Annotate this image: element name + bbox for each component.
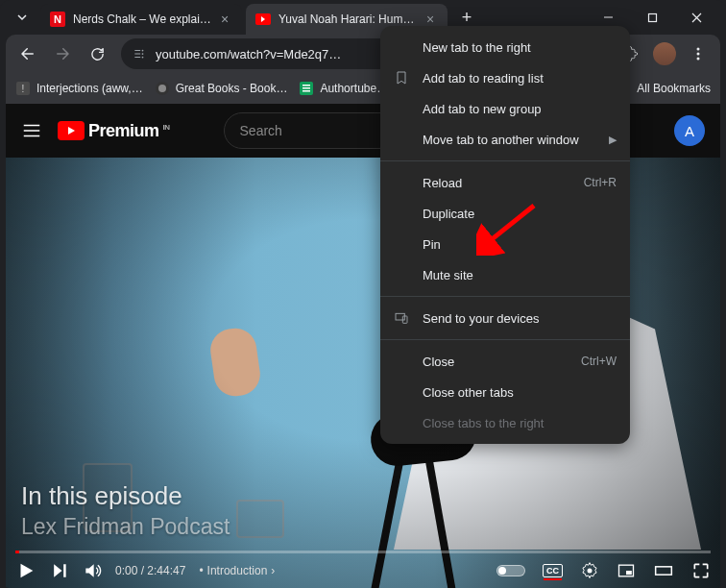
bookmark-item[interactable]: Great Books - Book…: [155, 81, 288, 96]
volume-button[interactable]: [83, 561, 102, 580]
reading-list-icon: [394, 70, 423, 86]
svg-text:!: !: [22, 84, 25, 94]
ctx-mute-site[interactable]: Mute site: [380, 259, 630, 290]
ctx-separator: [380, 296, 630, 297]
bookmark-item[interactable]: ! Interjections (aww,…: [15, 81, 143, 96]
svg-rect-15: [302, 85, 310, 86]
youtube-logo[interactable]: Premium IN: [58, 121, 170, 141]
tab-title: Nerds Chalk – We explain tech!: [73, 12, 211, 26]
svg-rect-21: [656, 567, 672, 575]
ctx-move-window[interactable]: Move tab to another window▶: [380, 124, 630, 155]
captions-button[interactable]: CC: [543, 564, 563, 577]
chevron-right-icon: ›: [271, 564, 275, 577]
miniplayer-button[interactable]: [617, 561, 636, 580]
svg-rect-1: [648, 13, 656, 21]
tab-inactive[interactable]: N Nerds Chalk – We explain tech! ×: [40, 4, 242, 35]
fullscreen-button[interactable]: [691, 561, 711, 580]
forward-button[interactable]: [46, 37, 79, 70]
tab-close-icon[interactable]: ×: [423, 12, 438, 27]
favicon-nerdschalk: N: [50, 12, 65, 27]
player-controls: 0:00 / 2:44:47 • Introduction › CC: [6, 553, 720, 588]
ctx-add-reading-list[interactable]: Add tab to reading list: [380, 62, 630, 93]
ctx-duplicate[interactable]: Duplicate: [380, 198, 630, 229]
video-overlay-line1: In this episode: [21, 481, 182, 511]
shortcut-label: Ctrl+W: [581, 355, 617, 368]
svg-point-13: [158, 85, 166, 92]
bookmark-favicon: [299, 81, 314, 96]
all-bookmarks-button[interactable]: All Bookmarks: [637, 82, 711, 95]
svg-point-8: [697, 53, 700, 56]
back-button[interactable]: [12, 37, 44, 70]
time-display: 0:00 / 2:44:47: [115, 564, 185, 577]
svg-point-7: [697, 48, 700, 51]
shortcut-label: Ctrl+R: [584, 176, 617, 189]
autoplay-toggle[interactable]: [496, 565, 525, 576]
devices-icon: [394, 310, 423, 326]
video-overlay-line2: Lex Fridman Podcast: [21, 514, 230, 540]
bookmark-label: Authortube…: [320, 82, 388, 95]
favicon-youtube: [255, 12, 271, 27]
submenu-arrow-icon: ▶: [609, 134, 617, 146]
all-bookmarks-label: All Bookmarks: [637, 82, 711, 95]
maximize-button[interactable]: [634, 4, 670, 31]
svg-rect-22: [396, 313, 404, 320]
reload-button[interactable]: [81, 37, 113, 70]
tab-search-dropdown[interactable]: [8, 3, 36, 32]
ctx-close[interactable]: CloseCtrl+W: [380, 346, 630, 377]
bookmark-label: Interjections (aww,…: [36, 82, 143, 95]
bookmark-favicon: !: [15, 81, 31, 96]
tab-context-menu: New tab to the right Add tab to reading …: [380, 26, 630, 444]
bookmark-item[interactable]: Authortube…: [299, 81, 388, 96]
close-window-button[interactable]: [678, 4, 714, 31]
hamburger-icon[interactable]: [21, 120, 42, 141]
ctx-separator: [380, 160, 630, 161]
bookmark-favicon: [155, 81, 170, 96]
svg-rect-20: [626, 571, 632, 575]
svg-rect-16: [302, 87, 310, 89]
profile-avatar[interactable]: [653, 42, 676, 65]
settings-button[interactable]: [580, 561, 599, 580]
ctx-new-tab-right[interactable]: New tab to the right: [380, 32, 630, 62]
svg-point-18: [588, 569, 593, 574]
next-button[interactable]: [50, 561, 69, 580]
bookmark-label: Great Books - Book…: [176, 82, 288, 95]
ctx-add-to-group[interactable]: Add tab to new group: [380, 93, 630, 124]
ctx-close-right: Close tabs to the right: [380, 407, 630, 438]
ctx-pin[interactable]: Pin: [380, 229, 630, 259]
svg-point-3: [142, 53, 144, 55]
search-placeholder: Search: [240, 123, 282, 138]
ctx-reload[interactable]: ReloadCtrl+R: [380, 167, 630, 198]
chrome-menu-icon[interactable]: [682, 37, 714, 70]
site-settings-icon[interactable]: [133, 47, 146, 61]
youtube-region: IN: [163, 123, 170, 132]
chapter-display[interactable]: • Introduction ›: [199, 564, 275, 577]
ctx-separator: [380, 339, 630, 340]
youtube-brand: Premium: [88, 121, 159, 141]
youtube-avatar[interactable]: A: [674, 115, 705, 146]
ctx-close-other[interactable]: Close other tabs: [380, 377, 630, 407]
url-text: youtube.com/watch?v=Mde2q7…: [156, 47, 341, 61]
ctx-send-devices[interactable]: Send to your devices: [380, 303, 630, 333]
play-button[interactable]: [15, 560, 36, 581]
svg-point-9: [697, 58, 700, 61]
svg-point-4: [142, 57, 144, 59]
tab-close-icon[interactable]: ×: [217, 12, 232, 27]
tab-title: Yuval Noah Harari: Human Nat…: [278, 12, 417, 26]
svg-rect-17: [302, 90, 310, 92]
theater-button[interactable]: [653, 561, 674, 580]
youtube-play-icon: [58, 121, 85, 140]
svg-point-2: [142, 50, 144, 52]
